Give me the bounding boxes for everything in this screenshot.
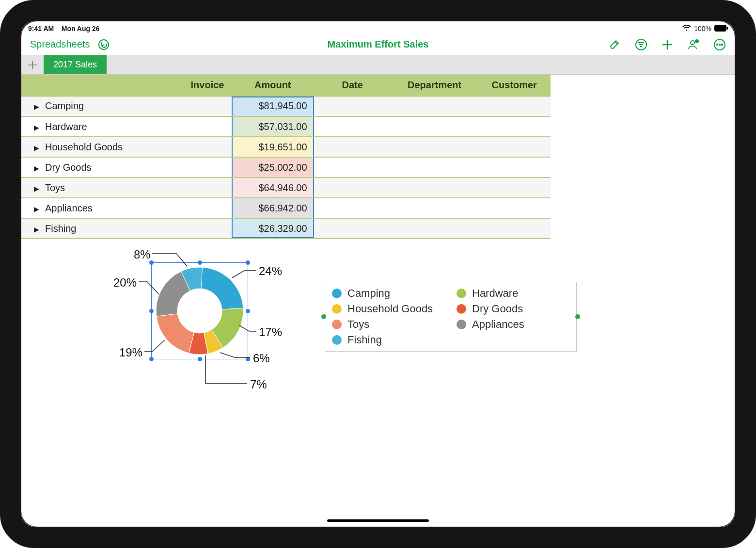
table-row[interactable]: ▶Fishing$26,329.00 [21,218,551,239]
amount-cell[interactable]: $19,651.00 [232,137,314,157]
empty-cell[interactable] [391,198,478,218]
legend-swatch [332,289,342,298]
ipad-frame: 9:41 AM Mon Aug 26 100% Spreadsheets [0,0,756,548]
empty-cell[interactable] [314,157,391,177]
category-cell[interactable]: ▶Dry Goods [21,157,232,177]
empty-cell[interactable] [478,137,551,157]
status-left: 9:41 AM Mon Aug 26 [28,25,100,32]
disclosure-icon[interactable]: ▶ [34,103,39,111]
disclosure-icon[interactable]: ▶ [34,185,39,193]
svg-text:+: + [696,40,698,43]
col-blank[interactable] [21,75,183,96]
more-icon[interactable] [713,38,726,51]
amount-cell[interactable]: $26,329.00 [232,218,314,239]
table-row[interactable]: ▶Dry Goods$25,002.00 [21,157,551,177]
empty-cell[interactable] [478,96,551,116]
col-customer[interactable]: Customer [478,75,551,96]
category-cell[interactable]: ▶Toys [21,177,232,198]
add-icon[interactable] [661,38,674,51]
legend-item-appliances[interactable]: Appliances [457,318,569,331]
legend-swatch [457,320,466,329]
empty-cell[interactable] [391,177,478,198]
category-cell[interactable]: ▶Appliances [21,198,232,218]
disclosure-icon[interactable]: ▶ [34,205,39,213]
empty-cell[interactable] [314,96,391,116]
disclosure-icon[interactable]: ▶ [34,226,39,233]
disclosure-icon[interactable]: ▶ [34,164,39,172]
legend-item-household-goods[interactable]: Household Goods [332,303,445,315]
empty-cell[interactable] [478,177,551,198]
category-cell[interactable]: ▶Fishing [21,218,232,239]
slice-label-drygoods: 7% [250,378,267,391]
status-date: Mon Aug 26 [62,25,100,32]
chart-area: 24% 17% 6% 7% 19% 20% 8% CampingHardwa [123,248,735,408]
legend-label: Fishing [347,334,382,346]
empty-cell[interactable] [314,177,391,198]
table-row[interactable]: ▶Hardware$57,031.00 [21,116,551,137]
empty-cell[interactable] [391,137,478,157]
empty-cell[interactable] [391,96,478,116]
legend-item-camping[interactable]: Camping [332,287,445,300]
empty-cell[interactable] [314,218,391,239]
document-title[interactable]: Maximum Effort Sales [328,39,429,50]
amount-cell[interactable]: $57,031.00 [232,116,314,137]
amount-cell[interactable]: $81,945.00 [232,96,314,116]
sales-table[interactable]: Invoice Amount Date Department Customer … [21,75,551,239]
home-indicator[interactable] [327,519,429,522]
amount-cell[interactable]: $25,002.00 [232,157,314,177]
col-date[interactable]: Date [314,75,391,96]
undo-icon[interactable] [97,38,110,51]
empty-cell[interactable] [391,116,478,137]
legend-handle-left[interactable] [321,314,326,319]
legend-label: Appliances [472,318,524,331]
empty-cell[interactable] [478,198,551,218]
category-cell[interactable]: ▶Household Goods [21,137,232,157]
slice-label-household: 6% [253,352,270,365]
table-row[interactable]: ▶Camping$81,945.00 [21,96,551,116]
table-row[interactable]: ▶Household Goods$19,651.00 [21,137,551,157]
svg-point-13 [717,44,718,45]
format-brush-icon[interactable] [609,38,621,51]
legend-handle-right[interactable] [575,314,580,319]
empty-cell[interactable] [478,218,551,239]
legend-swatch [457,304,466,314]
chart-legend[interactable]: CampingHardwareHousehold GoodsDry GoodsT… [325,282,577,352]
empty-cell[interactable] [314,137,391,157]
col-amount[interactable]: Amount [232,75,314,96]
amount-cell[interactable]: $64,946.00 [232,177,314,198]
add-sheet-button[interactable] [21,55,44,74]
status-bar: 9:41 AM Mon Aug 26 100% [21,21,735,34]
filter-icon[interactable] [635,38,647,51]
disclosure-icon[interactable]: ▶ [34,144,39,152]
table-row[interactable]: ▶Appliances$66,942.00 [21,198,551,218]
amount-cell[interactable]: $66,942.00 [232,198,314,218]
table-row[interactable]: ▶Toys$64,946.00 [21,177,551,198]
legend-item-fishing[interactable]: Fishing [332,334,445,346]
empty-cell[interactable] [391,157,478,177]
toolbar: Spreadsheets Maximum Effort Sales + [21,34,735,55]
empty-cell[interactable] [391,218,478,239]
chart-selection-box[interactable] [151,262,248,359]
slice-label-hardware: 17% [259,325,282,339]
disclosure-icon[interactable]: ▶ [34,124,39,131]
sheet-tab-active[interactable]: 2017 Sales [44,55,107,74]
legend-label: Household Goods [347,303,433,315]
legend-label: Toys [347,318,369,331]
slice-label-toys: 19% [119,346,142,359]
col-invoice[interactable]: Invoice [183,75,232,96]
empty-cell[interactable] [314,116,391,137]
legend-item-toys[interactable]: Toys [332,318,445,331]
category-cell[interactable]: ▶Hardware [21,116,232,137]
col-department[interactable]: Department [391,75,478,96]
empty-cell[interactable] [478,116,551,137]
legend-item-hardware[interactable]: Hardware [457,287,569,300]
category-cell[interactable]: ▶Camping [21,96,232,116]
legend-item-dry-goods[interactable]: Dry Goods [457,303,569,315]
status-right: 100% [682,25,728,33]
back-button[interactable]: Spreadsheets [30,39,90,50]
collaborate-icon[interactable]: + [687,38,700,51]
svg-point-9 [691,41,694,45]
legend-swatch [332,304,342,314]
empty-cell[interactable] [478,157,551,177]
empty-cell[interactable] [314,198,391,218]
